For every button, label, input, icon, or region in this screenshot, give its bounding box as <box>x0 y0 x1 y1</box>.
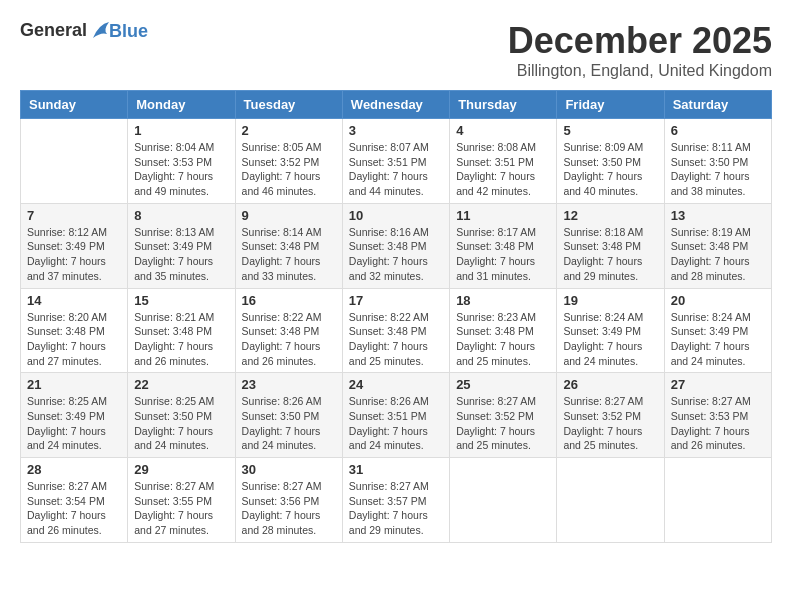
header-monday: Monday <box>128 91 235 119</box>
calendar-cell <box>450 458 557 543</box>
day-info: Sunrise: 8:25 AMSunset: 3:49 PMDaylight:… <box>27 394 121 453</box>
calendar-cell <box>557 458 664 543</box>
header-tuesday: Tuesday <box>235 91 342 119</box>
day-number: 5 <box>563 123 657 138</box>
day-info: Sunrise: 8:12 AMSunset: 3:49 PMDaylight:… <box>27 225 121 284</box>
calendar-cell: 4Sunrise: 8:08 AMSunset: 3:51 PMDaylight… <box>450 119 557 204</box>
day-info: Sunrise: 8:24 AMSunset: 3:49 PMDaylight:… <box>563 310 657 369</box>
day-info: Sunrise: 8:09 AMSunset: 3:50 PMDaylight:… <box>563 140 657 199</box>
calendar-cell: 28Sunrise: 8:27 AMSunset: 3:54 PMDayligh… <box>21 458 128 543</box>
day-number: 3 <box>349 123 443 138</box>
header-wednesday: Wednesday <box>342 91 449 119</box>
day-number: 16 <box>242 293 336 308</box>
calendar-cell: 18Sunrise: 8:23 AMSunset: 3:48 PMDayligh… <box>450 288 557 373</box>
day-info: Sunrise: 8:23 AMSunset: 3:48 PMDaylight:… <box>456 310 550 369</box>
calendar-week-2: 7Sunrise: 8:12 AMSunset: 3:49 PMDaylight… <box>21 203 772 288</box>
day-number: 24 <box>349 377 443 392</box>
month-title: December 2025 <box>508 20 772 62</box>
day-info: Sunrise: 8:20 AMSunset: 3:48 PMDaylight:… <box>27 310 121 369</box>
day-number: 30 <box>242 462 336 477</box>
day-info: Sunrise: 8:27 AMSunset: 3:54 PMDaylight:… <box>27 479 121 538</box>
day-info: Sunrise: 8:17 AMSunset: 3:48 PMDaylight:… <box>456 225 550 284</box>
calendar-cell <box>21 119 128 204</box>
calendar-cell: 6Sunrise: 8:11 AMSunset: 3:50 PMDaylight… <box>664 119 771 204</box>
day-number: 11 <box>456 208 550 223</box>
calendar-cell: 12Sunrise: 8:18 AMSunset: 3:48 PMDayligh… <box>557 203 664 288</box>
day-number: 19 <box>563 293 657 308</box>
calendar-cell: 24Sunrise: 8:26 AMSunset: 3:51 PMDayligh… <box>342 373 449 458</box>
day-info: Sunrise: 8:26 AMSunset: 3:50 PMDaylight:… <box>242 394 336 453</box>
header-sunday: Sunday <box>21 91 128 119</box>
calendar-cell: 20Sunrise: 8:24 AMSunset: 3:49 PMDayligh… <box>664 288 771 373</box>
day-info: Sunrise: 8:18 AMSunset: 3:48 PMDaylight:… <box>563 225 657 284</box>
calendar-cell: 15Sunrise: 8:21 AMSunset: 3:48 PMDayligh… <box>128 288 235 373</box>
calendar-cell: 30Sunrise: 8:27 AMSunset: 3:56 PMDayligh… <box>235 458 342 543</box>
day-info: Sunrise: 8:27 AMSunset: 3:55 PMDaylight:… <box>134 479 228 538</box>
day-number: 26 <box>563 377 657 392</box>
calendar-cell: 17Sunrise: 8:22 AMSunset: 3:48 PMDayligh… <box>342 288 449 373</box>
day-info: Sunrise: 8:27 AMSunset: 3:52 PMDaylight:… <box>563 394 657 453</box>
calendar-cell: 16Sunrise: 8:22 AMSunset: 3:48 PMDayligh… <box>235 288 342 373</box>
calendar-cell: 22Sunrise: 8:25 AMSunset: 3:50 PMDayligh… <box>128 373 235 458</box>
day-number: 17 <box>349 293 443 308</box>
day-info: Sunrise: 8:14 AMSunset: 3:48 PMDaylight:… <box>242 225 336 284</box>
calendar-cell: 23Sunrise: 8:26 AMSunset: 3:50 PMDayligh… <box>235 373 342 458</box>
day-number: 31 <box>349 462 443 477</box>
day-number: 21 <box>27 377 121 392</box>
day-number: 6 <box>671 123 765 138</box>
day-info: Sunrise: 8:27 AMSunset: 3:57 PMDaylight:… <box>349 479 443 538</box>
day-info: Sunrise: 8:27 AMSunset: 3:53 PMDaylight:… <box>671 394 765 453</box>
day-info: Sunrise: 8:22 AMSunset: 3:48 PMDaylight:… <box>242 310 336 369</box>
day-info: Sunrise: 8:25 AMSunset: 3:50 PMDaylight:… <box>134 394 228 453</box>
calendar-cell: 27Sunrise: 8:27 AMSunset: 3:53 PMDayligh… <box>664 373 771 458</box>
day-info: Sunrise: 8:07 AMSunset: 3:51 PMDaylight:… <box>349 140 443 199</box>
calendar-header-row: SundayMondayTuesdayWednesdayThursdayFrid… <box>21 91 772 119</box>
day-number: 25 <box>456 377 550 392</box>
calendar-cell <box>664 458 771 543</box>
logo-bird-icon <box>89 20 111 42</box>
header-saturday: Saturday <box>664 91 771 119</box>
calendar-cell: 31Sunrise: 8:27 AMSunset: 3:57 PMDayligh… <box>342 458 449 543</box>
day-info: Sunrise: 8:26 AMSunset: 3:51 PMDaylight:… <box>349 394 443 453</box>
day-info: Sunrise: 8:24 AMSunset: 3:49 PMDaylight:… <box>671 310 765 369</box>
calendar-cell: 29Sunrise: 8:27 AMSunset: 3:55 PMDayligh… <box>128 458 235 543</box>
calendar-cell: 19Sunrise: 8:24 AMSunset: 3:49 PMDayligh… <box>557 288 664 373</box>
day-number: 2 <box>242 123 336 138</box>
calendar-cell: 9Sunrise: 8:14 AMSunset: 3:48 PMDaylight… <box>235 203 342 288</box>
day-number: 10 <box>349 208 443 223</box>
day-number: 22 <box>134 377 228 392</box>
calendar-cell: 14Sunrise: 8:20 AMSunset: 3:48 PMDayligh… <box>21 288 128 373</box>
day-number: 14 <box>27 293 121 308</box>
day-number: 15 <box>134 293 228 308</box>
day-info: Sunrise: 8:21 AMSunset: 3:48 PMDaylight:… <box>134 310 228 369</box>
calendar-cell: 2Sunrise: 8:05 AMSunset: 3:52 PMDaylight… <box>235 119 342 204</box>
calendar-week-3: 14Sunrise: 8:20 AMSunset: 3:48 PMDayligh… <box>21 288 772 373</box>
logo-blue: Blue <box>109 21 148 42</box>
page-header: General Blue December 2025 Billington, E… <box>20 20 772 80</box>
day-number: 12 <box>563 208 657 223</box>
calendar-cell: 7Sunrise: 8:12 AMSunset: 3:49 PMDaylight… <box>21 203 128 288</box>
day-number: 1 <box>134 123 228 138</box>
header-thursday: Thursday <box>450 91 557 119</box>
calendar-week-4: 21Sunrise: 8:25 AMSunset: 3:49 PMDayligh… <box>21 373 772 458</box>
calendar-cell: 3Sunrise: 8:07 AMSunset: 3:51 PMDaylight… <box>342 119 449 204</box>
day-info: Sunrise: 8:05 AMSunset: 3:52 PMDaylight:… <box>242 140 336 199</box>
day-info: Sunrise: 8:16 AMSunset: 3:48 PMDaylight:… <box>349 225 443 284</box>
day-number: 29 <box>134 462 228 477</box>
day-number: 18 <box>456 293 550 308</box>
day-info: Sunrise: 8:27 AMSunset: 3:52 PMDaylight:… <box>456 394 550 453</box>
calendar-cell: 8Sunrise: 8:13 AMSunset: 3:49 PMDaylight… <box>128 203 235 288</box>
day-number: 13 <box>671 208 765 223</box>
day-info: Sunrise: 8:22 AMSunset: 3:48 PMDaylight:… <box>349 310 443 369</box>
day-number: 28 <box>27 462 121 477</box>
calendar-cell: 5Sunrise: 8:09 AMSunset: 3:50 PMDaylight… <box>557 119 664 204</box>
calendar-week-5: 28Sunrise: 8:27 AMSunset: 3:54 PMDayligh… <box>21 458 772 543</box>
day-info: Sunrise: 8:04 AMSunset: 3:53 PMDaylight:… <box>134 140 228 199</box>
day-info: Sunrise: 8:08 AMSunset: 3:51 PMDaylight:… <box>456 140 550 199</box>
logo-general: General <box>20 20 87 40</box>
day-info: Sunrise: 8:27 AMSunset: 3:56 PMDaylight:… <box>242 479 336 538</box>
day-number: 23 <box>242 377 336 392</box>
calendar-cell: 25Sunrise: 8:27 AMSunset: 3:52 PMDayligh… <box>450 373 557 458</box>
calendar-cell: 11Sunrise: 8:17 AMSunset: 3:48 PMDayligh… <box>450 203 557 288</box>
day-number: 9 <box>242 208 336 223</box>
